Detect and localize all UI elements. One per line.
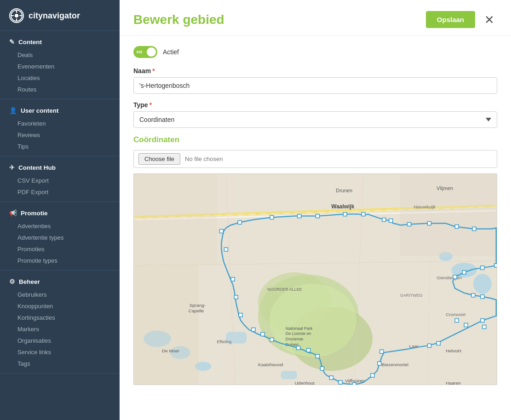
- svg-rect-51: [389, 219, 393, 223]
- toggle-row: AN Actief: [133, 46, 497, 58]
- content-icon: ✎: [9, 38, 15, 46]
- svg-rect-71: [352, 383, 356, 385]
- form-area: AN Actief Naam * Type * Coordinaten Poly…: [120, 36, 511, 173]
- svg-rect-74: [320, 367, 324, 370]
- svg-rect-75: [316, 354, 319, 358]
- sidebar-section-title-promotie: 📢 Promotie: [0, 207, 120, 220]
- svg-point-14: [270, 284, 356, 357]
- svg-text:Sprang-: Sprang-: [189, 303, 206, 308]
- sidebar-item-routes[interactable]: Routes: [0, 84, 120, 95]
- logo-text: citynavigator: [29, 11, 80, 21]
- choose-file-button[interactable]: Choose file: [138, 153, 180, 165]
- user-icon: 👤: [9, 107, 17, 114]
- svg-point-1: [15, 14, 18, 17]
- svg-text:Effieling: Effieling: [217, 339, 231, 344]
- type-field-group: Type * Coordinaten Polygon Radius: [133, 101, 497, 135]
- svg-rect-84: [224, 247, 228, 251]
- sidebar-item-knooppunten[interactable]: Knooppunten: [0, 300, 120, 312]
- svg-text:Capelle: Capelle: [189, 308, 204, 313]
- sidebar-item-tips[interactable]: Tips: [0, 141, 120, 152]
- svg-rect-81: [239, 313, 242, 317]
- svg-rect-85: [219, 229, 223, 233]
- sidebar-item-deals[interactable]: Deals: [0, 49, 120, 61]
- svg-rect-65: [482, 325, 486, 329]
- svg-text:GARITWEG: GARITWEG: [400, 293, 423, 298]
- svg-rect-54: [455, 225, 459, 229]
- hub-icon: ✈: [9, 164, 15, 171]
- sidebar: citynavigator ✎ Content Deals Evenemente…: [0, 0, 120, 420]
- svg-text:Vlijmen: Vlijmen: [436, 185, 453, 191]
- sidebar-item-promoties[interactable]: Promoties: [0, 243, 120, 255]
- svg-text:Cromvoirt: Cromvoirt: [446, 312, 465, 317]
- sidebar-item-advertentie-types[interactable]: Advertentie types: [0, 232, 120, 243]
- svg-text:Kaatsheuvel: Kaatsheuvel: [258, 362, 283, 367]
- svg-rect-56: [494, 264, 497, 267]
- sidebar-item-tags[interactable]: Tags: [0, 358, 120, 369]
- svg-rect-20: [134, 174, 217, 265]
- active-toggle[interactable]: AN: [133, 46, 157, 58]
- close-button[interactable]: ✕: [482, 13, 497, 27]
- svg-rect-21: [134, 265, 198, 385]
- naam-label: Naam *: [133, 67, 497, 75]
- svg-rect-10: [281, 371, 297, 379]
- sidebar-section-promotie: 📢 Promotie Advertenties Advertentie type…: [0, 202, 120, 270]
- page-title: Bewerk gebied: [133, 12, 224, 27]
- svg-rect-64: [481, 319, 484, 322]
- main-header: Bewerk gebied Opslaan ✕: [120, 0, 511, 36]
- svg-rect-66: [436, 341, 440, 345]
- main-content: Bewerk gebied Opslaan ✕ AN Actief Naam *: [120, 0, 511, 420]
- sidebar-item-organisaties[interactable]: Organisaties: [0, 335, 120, 346]
- naam-field-group: Naam *: [133, 67, 497, 101]
- svg-text:Nationaal Park: Nationaal Park: [286, 326, 313, 331]
- svg-text:Waalwijk: Waalwijk: [331, 203, 354, 210]
- sidebar-item-pdf-export[interactable]: PDF Export: [0, 186, 120, 198]
- svg-rect-48: [343, 213, 347, 216]
- type-required-star: *: [149, 101, 152, 109]
- map-container: Drunen Vlijmen Nieuwkuijk Waalwijk Cromv…: [133, 173, 497, 385]
- sidebar-item-csv-export[interactable]: CSV Export: [0, 175, 120, 186]
- toggle-active-text: Actief: [163, 48, 179, 56]
- sidebar-logo: citynavigator: [0, 0, 120, 31]
- naam-required-star: *: [152, 67, 155, 75]
- svg-rect-63: [464, 323, 468, 327]
- sidebar-section-content-hub: ✈ Content Hub CSV Export PDF Export: [0, 156, 120, 202]
- sidebar-item-locaties[interactable]: Locaties: [0, 72, 120, 84]
- naam-input[interactable]: [133, 77, 497, 94]
- sidebar-item-promotie-types[interactable]: Promotie types: [0, 255, 120, 266]
- svg-text:NOORDER ALLEE: NOORDER ALLEE: [267, 287, 302, 292]
- sidebar-item-markers[interactable]: Markers: [0, 323, 120, 335]
- sidebar-item-service-links[interactable]: Service links: [0, 346, 120, 358]
- header-actions: Opslaan ✕: [426, 11, 497, 28]
- toggle-an-label: AN: [136, 50, 142, 54]
- svg-text:De Loonse en: De Loonse en: [286, 331, 311, 336]
- sidebar-section-title-content-hub: ✈ Content Hub: [0, 162, 120, 175]
- svg-rect-47: [316, 214, 319, 218]
- svg-rect-83: [231, 277, 235, 281]
- svg-rect-73: [329, 376, 333, 380]
- sidebar-item-reviews[interactable]: Reviews: [0, 129, 120, 141]
- sidebar-item-advertenties[interactable]: Advertenties: [0, 220, 120, 232]
- svg-text:Nieuwkuijk: Nieuwkuijk: [414, 204, 436, 209]
- svg-rect-55: [472, 227, 476, 230]
- sidebar-item-gebruikers[interactable]: Gebruikers: [0, 289, 120, 300]
- svg-rect-70: [371, 374, 374, 377]
- svg-rect-80: [252, 328, 255, 332]
- save-button[interactable]: Opslaan: [426, 11, 475, 28]
- sidebar-item-favorieten[interactable]: Favorieten: [0, 118, 120, 129]
- svg-rect-76: [307, 348, 310, 352]
- logo-icon: [9, 8, 24, 23]
- svg-rect-82: [234, 295, 238, 299]
- svg-rect-72: [339, 380, 342, 384]
- svg-point-7: [473, 274, 492, 294]
- svg-rect-77: [297, 346, 300, 350]
- svg-text:Drunense: Drunense: [286, 337, 304, 341]
- sidebar-item-evenementen[interactable]: Evenementen: [0, 61, 120, 72]
- sidebar-item-kortingsacties[interactable]: Kortingsacties: [0, 312, 120, 323]
- sidebar-section-title-content: ✎ Content: [0, 36, 120, 49]
- svg-rect-53: [427, 222, 431, 225]
- file-input-row: Choose file No file chosen: [133, 150, 497, 168]
- type-select[interactable]: Coordinaten Polygon Radius: [133, 111, 497, 128]
- svg-rect-58: [462, 270, 466, 274]
- svg-text:Haaren: Haaren: [446, 380, 461, 385]
- svg-rect-60: [471, 293, 475, 297]
